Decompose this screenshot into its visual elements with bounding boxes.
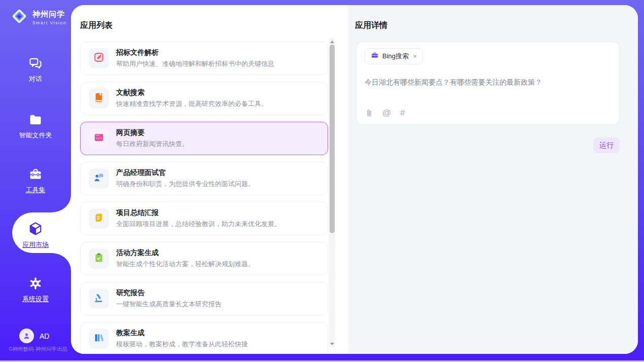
documents-icon bbox=[93, 212, 104, 225]
app-item-desc: 模板驱动，教案秒成，教学准备从此轻松快捷 bbox=[116, 340, 248, 349]
app-item-literature-search[interactable]: 文献搜索 快速精准查找学术资源，提高研究效率的必备工具。 bbox=[80, 82, 328, 115]
app-icon-chip: </> bbox=[89, 128, 109, 149]
scroll-down-arrow[interactable] bbox=[329, 340, 335, 347]
app-detail-panel: 应用详情 Bing搜索 × 今日湖北有哪些新闻要点？有哪些需要关注的最新政策？ … bbox=[348, 5, 638, 354]
query-input[interactable]: 今日湖北有哪些新闻要点？有哪些需要关注的最新政策？ bbox=[365, 78, 611, 88]
user-account[interactable]: AD bbox=[19, 329, 49, 343]
app-item-desc: 明确身份和职责，为您提供专业性的面试问题。 bbox=[116, 179, 255, 189]
app-icon-chip bbox=[89, 208, 109, 229]
gear-icon bbox=[28, 276, 43, 291]
sidebar-item-settings[interactable]: 系统设置 bbox=[0, 276, 71, 304]
gem-logo-icon bbox=[10, 7, 28, 27]
svg-text:</>: </> bbox=[96, 136, 102, 140]
brand-logo: 神州问学 Smart Vision bbox=[10, 7, 66, 27]
chat-icon bbox=[28, 56, 43, 71]
sidebar-item-chat[interactable]: 对话 bbox=[0, 56, 71, 84]
main-content: 应用列表 招标文件解析 帮助用户快速、准确地理解和解析招标书中的关键信息 文献搜… bbox=[71, 5, 638, 354]
app-item-pm-interviewer[interactable]: 产品经理面试官 明确身份和职责，为您提供专业性的面试问题。 bbox=[80, 162, 328, 195]
composer-toolbar: @# bbox=[365, 108, 409, 118]
app-item-desc: 全面回顾项目进展，总结经验教训，助力未来优化发展。 bbox=[116, 220, 281, 229]
app-list-title: 应用列表 bbox=[80, 20, 113, 31]
app-item-lesson-plan[interactable]: 教案生成 模板驱动，教案秒成，教学准备从此轻松快捷 bbox=[80, 322, 328, 354]
briefcase-icon bbox=[371, 51, 379, 61]
presenter-icon bbox=[93, 172, 104, 185]
app-item-name: 文献搜索 bbox=[116, 88, 268, 97]
app-icon-chip bbox=[89, 168, 109, 189]
app-item-desc: 一键智能生成高质量长文本研究报告 bbox=[116, 300, 222, 309]
app-detail-title: 应用详情 bbox=[355, 20, 387, 31]
app-item-name: 教案生成 bbox=[116, 329, 248, 337]
app-icon-chip bbox=[89, 248, 109, 269]
app-icon-chip bbox=[89, 48, 109, 68]
brand-tagline: Smart Vision bbox=[32, 20, 66, 25]
clipboard-check-icon bbox=[93, 252, 104, 265]
book-icon bbox=[93, 92, 104, 105]
tool-tag-label: Bing搜索 bbox=[382, 52, 409, 61]
toolbox-icon bbox=[28, 167, 43, 182]
scroll-up-arrow[interactable] bbox=[329, 38, 335, 45]
sidebar-item-folders[interactable]: 智能文件夹 bbox=[0, 112, 71, 140]
close-icon[interactable]: × bbox=[413, 52, 417, 60]
sidebar: 神州问学 Smart Vision 对话 智能文件夹 工具集 应用市场 系统设置… bbox=[0, 0, 71, 362]
hash-icon[interactable]: # bbox=[400, 108, 409, 118]
app-item-desc: 帮助用户快速、准确地理解和解析招标书中的关键信息 bbox=[116, 59, 274, 68]
run-button[interactable]: 运行 bbox=[593, 137, 620, 153]
app-window: 神州问学 Smart Vision 对话 智能文件夹 工具集 应用市场 系统设置… bbox=[0, 0, 644, 362]
app-item-name: 活动方案生成 bbox=[116, 248, 255, 257]
app-list-panel: 应用列表 招标文件解析 帮助用户快速、准确地理解和解析招标书中的关键信息 文献搜… bbox=[71, 5, 348, 354]
app-item-desc: 每日政府新闻资讯快查。 bbox=[116, 139, 189, 149]
app-item-web-summary[interactable]: </> 网页摘要 每日政府新闻资讯快查。 bbox=[80, 122, 328, 155]
webpage-code-icon: </> bbox=[93, 132, 104, 145]
microscope-icon bbox=[93, 292, 104, 305]
scrollbar[interactable] bbox=[329, 38, 335, 347]
app-item-event-plan[interactable]: 活动方案生成 智能生成个性化活动方案，轻松解决规划难题。 bbox=[80, 242, 328, 275]
app-item-name: 研究报告 bbox=[116, 288, 222, 297]
app-item-name: 招标文件解析 bbox=[116, 48, 274, 57]
app-item-bid-document-analysis[interactable]: 招标文件解析 帮助用户快速、准确地理解和解析招标书中的关键信息 bbox=[80, 42, 328, 75]
at-icon[interactable]: @ bbox=[382, 108, 391, 118]
app-item-desc: 智能生成个性化活动方案，轻松解决规划难题。 bbox=[116, 260, 255, 269]
tool-tag-bing-search[interactable]: Bing搜索 × bbox=[365, 48, 423, 64]
copyright-text: ©神州数码·神州问学出品 bbox=[0, 346, 76, 353]
app-icon-chip bbox=[89, 288, 109, 309]
cube-icon bbox=[28, 221, 43, 236]
user-name: AD bbox=[40, 332, 49, 340]
app-item-project-summary[interactable]: 项目总结汇报 全面回顾项目进展，总结经验教训，助力未来优化发展。 bbox=[80, 202, 328, 235]
sidebar-item-app-market[interactable]: 应用市场 bbox=[0, 221, 71, 249]
app-item-research-report[interactable]: 研究报告 一键智能生成高质量长文本研究报告 bbox=[80, 282, 328, 315]
scrollbar-thumb[interactable] bbox=[330, 45, 335, 233]
sidebar-item-toolkit[interactable]: 工具集 bbox=[0, 167, 71, 195]
paperclip-icon[interactable] bbox=[365, 108, 374, 118]
app-icon-chip bbox=[89, 329, 109, 349]
app-list: 招标文件解析 帮助用户快速、准确地理解和解析招标书中的关键信息 文献搜索 快速精… bbox=[80, 42, 328, 354]
app-item-name: 网页摘要 bbox=[116, 128, 189, 137]
app-item-name: 项目总结汇报 bbox=[116, 208, 281, 217]
prompt-card: Bing搜索 × 今日湖北有哪些新闻要点？有哪些需要关注的最新政策？ @# bbox=[356, 42, 620, 125]
edit-document-icon bbox=[93, 52, 104, 65]
brand-name: 神州问学 bbox=[32, 10, 65, 18]
app-icon-chip bbox=[89, 88, 109, 108]
folder-icon bbox=[28, 112, 43, 127]
brand-text: 神州问学 Smart Vision bbox=[32, 10, 66, 25]
books-icon bbox=[93, 332, 104, 345]
app-item-desc: 快速精准查找学术资源，提高研究效率的必备工具。 bbox=[116, 99, 268, 108]
user-icon bbox=[19, 329, 34, 343]
app-item-name: 产品经理面试官 bbox=[116, 168, 255, 177]
